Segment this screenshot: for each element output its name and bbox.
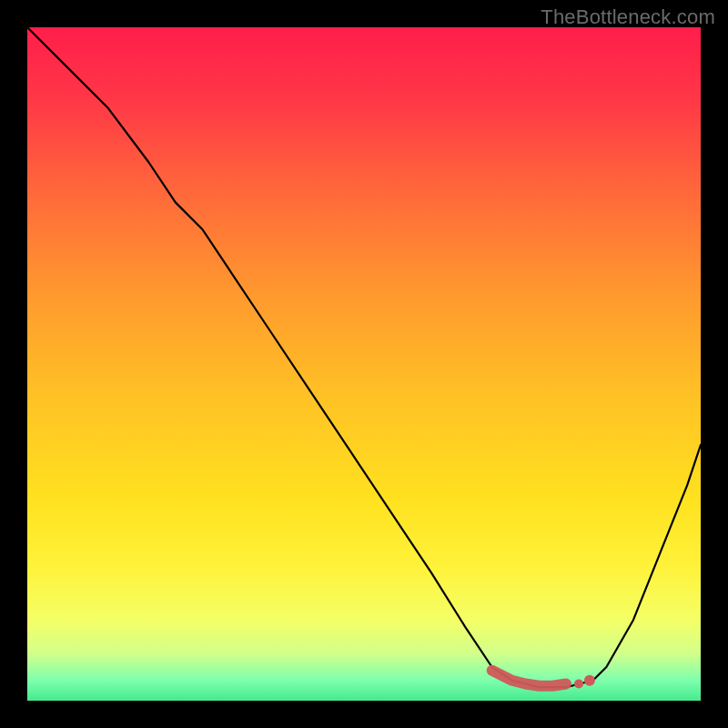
plot-svg [27, 27, 701, 701]
optimal-range-segment-dash [574, 680, 583, 689]
watermark-text: TheBottleneck.com [541, 5, 715, 29]
chart-container: TheBottleneck.com [0, 0, 728, 728]
optimal-point-dot [584, 675, 595, 686]
plot-area [27, 27, 701, 701]
gradient-bg [27, 27, 701, 701]
